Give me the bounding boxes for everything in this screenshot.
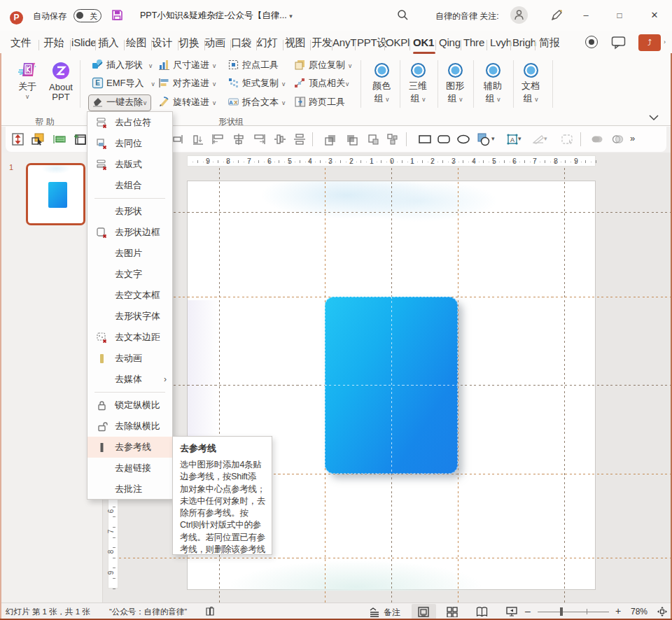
svg-text:E: E: [95, 79, 100, 87]
svg-text:A: A: [229, 99, 233, 106]
svg-text:A: A: [510, 136, 514, 143]
svg-text:X: X: [234, 99, 238, 106]
